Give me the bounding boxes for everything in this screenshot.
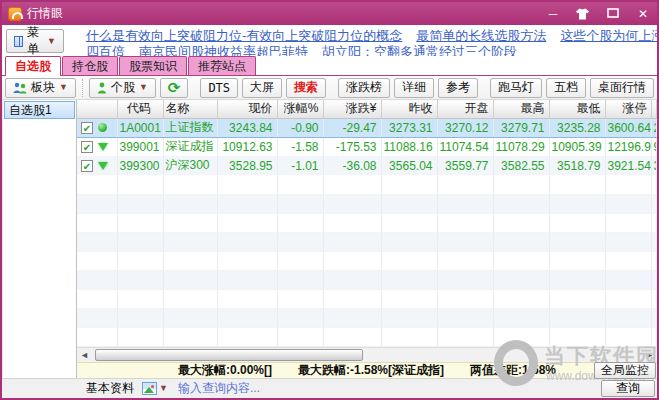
header-open[interactable]: 开盘 (437, 100, 493, 118)
tab-sites[interactable]: 推荐站点 (188, 56, 256, 75)
header-limit-up[interactable]: 涨停 (605, 100, 651, 118)
row-checkbox[interactable]: ✔ (81, 141, 93, 153)
app-logo-icon (8, 7, 22, 21)
news-link[interactable]: 胡立阳：空翻多通常经过三个阶段 (322, 44, 517, 56)
news-link[interactable]: 这些个股为何上涨了三、 (560, 28, 657, 43)
global-monitor-button[interactable]: 全局监控 (594, 362, 656, 379)
limit-up-cell: 3921.54 (605, 156, 651, 175)
chevron-down-icon[interactable]: ▼ (159, 384, 168, 393)
header-partial-col (651, 100, 657, 118)
marquee-button[interactable]: 跑马灯 (490, 78, 542, 98)
header-checkbox-col (77, 100, 117, 118)
sidebar-item-watchlist1[interactable]: 自选股1 (4, 101, 75, 119)
name-cell: 深证成指 (163, 137, 217, 156)
scroll-left-icon[interactable]: ◄ (77, 348, 92, 362)
news-link[interactable]: 什么是有效向上突破阻力位-有效向上突破阻力位的概念 (86, 28, 402, 43)
header-prev-close[interactable]: 昨收 (381, 100, 437, 118)
pct-cell: -0.90 (277, 118, 323, 137)
reference-button[interactable]: 参考 (438, 78, 478, 98)
low-cell: 10905.39 (549, 137, 605, 156)
price-cell: 10912.63 (217, 137, 277, 156)
header-high[interactable]: 最高 (493, 100, 549, 118)
limit-up-cell: 12196.97 (605, 137, 651, 156)
window-title: 行情眼 (27, 5, 63, 22)
close-button[interactable]: ✕ (635, 7, 651, 21)
high-cell: 11078.29 (493, 137, 549, 156)
maximize-icon (607, 8, 619, 18)
table-row[interactable]: ✔ 399300 沪深300 3528.95 -1.01 -36.08 3565… (77, 156, 657, 175)
news-link[interactable]: 南京民间股神收益率超巴菲特 (139, 44, 308, 56)
header-price[interactable]: 现价 (217, 100, 277, 118)
max-loss-text: 最大跌幅:-1.58%[深证成指] (298, 362, 444, 379)
menu-label: 菜单 (27, 25, 43, 56)
table-row-empty (77, 289, 657, 308)
maximize-button[interactable] (605, 7, 621, 21)
table-header-row: 代码 名称 现价 涨幅% 涨跌¥ 昨收 开盘 最高 最低 涨停 (77, 100, 657, 118)
partial-cell: 3 (651, 156, 657, 175)
tab-watchlist[interactable]: 自选股 (5, 56, 61, 76)
row-checkbox[interactable]: ✔ (81, 122, 93, 134)
open-cell: 3270.12 (437, 118, 493, 137)
prev-close-cell: 11088.16 (381, 137, 437, 156)
horizontal-scrollbar[interactable]: ◄ ► (77, 347, 657, 362)
menu-button[interactable]: 菜单 ▼ (6, 29, 64, 53)
header-pct[interactable]: 涨幅% (277, 100, 323, 118)
detail-button[interactable]: 详细 (394, 78, 434, 98)
main-content: 自选股1 代码 名称 现价 涨幅% 涨跌¥ 昨收 (2, 100, 657, 378)
table-row[interactable]: ✔ 1A0001 上证指数 3243.84 -0.90 -29.47 3273.… (77, 118, 657, 137)
high-cell: 3582.55 (493, 156, 549, 175)
header-chg[interactable]: 涨跌¥ (323, 100, 381, 118)
big-screen-button[interactable]: 大屏 (242, 78, 282, 98)
image-icon[interactable] (142, 382, 157, 395)
header-name[interactable]: 名称 (163, 100, 217, 118)
news-link[interactable]: 四百倍 (86, 44, 125, 56)
tshirt-icon (575, 8, 590, 20)
dts-button[interactable]: DTS (200, 78, 238, 98)
gap-text: 两值差距:1.58% (470, 362, 556, 379)
refresh-button[interactable]: ⟳ (160, 78, 189, 98)
news-link[interactable]: 最简单的长线选股方法 (416, 28, 546, 43)
header-code[interactable]: 代码 (117, 100, 163, 118)
chg-cell: -175.53 (323, 137, 381, 156)
table-row[interactable]: ✔ 399001 深证成指 10912.63 -1.58 -175.53 110… (77, 137, 657, 156)
partial-cell: 2 (651, 118, 657, 137)
tab-bar: 自选股 持仓股 股票知识 推荐站点 (2, 56, 657, 76)
basic-info-label: 基本资料 (86, 380, 134, 397)
menu-row: 菜单 ▼ 什么是有效向上突破阻力位-有效向上突破阻力位的概念最简单的长线选股方法… (2, 25, 657, 56)
five-levels-button[interactable]: 五档 (546, 78, 586, 98)
search-button[interactable]: 搜索 (286, 78, 326, 98)
app-window: 行情眼 ─ ✕ 菜单 ▼ 什么是有效向上突破阻力位-有效向上突破阻力位的概念最简… (0, 0, 659, 400)
person-icon (97, 82, 107, 94)
stock-dropdown-button[interactable]: 个股 ▼ (89, 78, 156, 98)
skin-button[interactable] (575, 8, 591, 20)
table-row-empty (77, 327, 657, 346)
rank-button[interactable]: 涨跌榜 (338, 78, 390, 98)
tab-holdings[interactable]: 持仓股 (62, 56, 118, 75)
scrollbar-thumb[interactable] (95, 349, 363, 361)
minimize-button[interactable]: ─ (545, 7, 561, 21)
low-cell: 3235.28 (549, 118, 605, 137)
sector-dropdown-button[interactable]: 板块 ▼ (5, 78, 76, 98)
table-row-empty (77, 251, 657, 270)
price-cell: 3243.84 (217, 118, 277, 137)
scroll-right-icon[interactable]: ► (642, 348, 657, 362)
row-checkbox[interactable]: ✔ (81, 160, 93, 172)
header-low[interactable]: 最低 (549, 100, 605, 118)
chevron-down-icon: ▼ (47, 37, 56, 46)
desktop-quote-button[interactable]: 桌面行情 (590, 78, 654, 98)
pct-cell: -1.01 (277, 156, 323, 175)
tab-knowledge[interactable]: 股票知识 (119, 56, 187, 75)
pct-cell: -1.58 (277, 137, 323, 156)
news-links: 什么是有效向上突破阻力位-有效向上突破阻力位的概念最简单的长线选股方法这些个股为… (86, 28, 657, 56)
max-gain-text: 最大涨幅:0.00%[] (178, 362, 272, 379)
table-row-empty (77, 308, 657, 327)
open-cell: 11074.54 (437, 137, 493, 156)
dot-indicator-icon (98, 123, 107, 132)
chg-cell: -36.08 (323, 156, 381, 175)
limit-up-cell: 3600.64 (605, 118, 651, 137)
query-button[interactable]: 查询 (601, 380, 655, 397)
title-bar: 行情眼 ─ ✕ (2, 2, 657, 25)
down-arrow-icon (98, 143, 108, 151)
code-cell: 1A0001 (117, 118, 163, 137)
query-input[interactable]: 输入查询内容... (178, 380, 260, 397)
